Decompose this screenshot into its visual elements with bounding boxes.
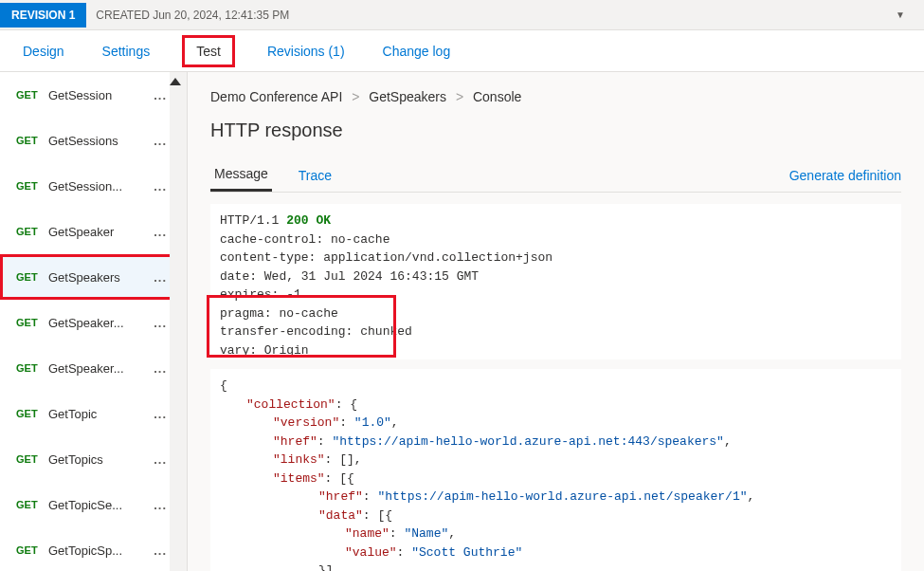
header-vary: vary: Origin — [220, 341, 892, 360]
operation-name: GetSpeakers — [48, 270, 150, 285]
http-method-badge: GET — [16, 89, 48, 101]
operation-name: GetSession... — [48, 179, 150, 193]
more-options-icon[interactable]: ... — [150, 225, 171, 239]
response-tab-message[interactable]: Message — [210, 158, 272, 192]
main-panel: Demo Conference API > GetSpeakers > Cons… — [188, 72, 924, 571]
http-method-badge: GET — [16, 499, 48, 510]
scroll-up-icon[interactable] — [170, 78, 181, 85]
more-options-icon[interactable]: ... — [150, 452, 171, 467]
operation-name: GetTopics — [48, 452, 150, 467]
operation-item[interactable]: GETGetSpeakers... — [0, 254, 187, 300]
content-area: GETGetSession...GETGetSessions...GETGetS… — [0, 72, 924, 571]
operation-item[interactable]: GETGetSession...... — [0, 163, 187, 209]
more-options-icon[interactable]: ... — [150, 543, 171, 558]
operations-sidebar: GETGetSession...GETGetSessions...GETGetS… — [0, 72, 188, 571]
top-bar: REVISION 1 CREATED Jun 20, 2024, 12:41:3… — [0, 0, 924, 30]
tab-design[interactable]: Design — [17, 40, 70, 63]
breadcrumb-page: Console — [473, 89, 521, 104]
more-options-icon[interactable]: ... — [150, 88, 171, 102]
http-method-badge: GET — [16, 271, 48, 283]
http-status-line-prefix: HTTP/1.1 — [220, 213, 286, 228]
operation-name: GetSessions — [48, 134, 150, 148]
operation-name: GetSpeaker... — [48, 361, 150, 376]
header-date: date: Wed, 31 Jul 2024 16:43:15 GMT — [220, 267, 892, 286]
http-method-badge: GET — [16, 180, 48, 192]
operation-item[interactable]: GETGetTopicSe...... — [0, 482, 187, 527]
breadcrumb: Demo Conference API > GetSpeakers > Cons… — [210, 89, 901, 104]
main-tabs: Design Settings Test Revisions (1) Chang… — [0, 30, 924, 72]
tab-changelog[interactable]: Change log — [377, 40, 457, 63]
operation-item[interactable]: GETGetSession... — [0, 72, 187, 118]
http-method-badge: GET — [16, 453, 48, 465]
more-options-icon[interactable]: ... — [150, 134, 171, 148]
operation-name: GetSpeaker... — [48, 316, 150, 330]
tab-revisions[interactable]: Revisions (1) — [262, 40, 351, 63]
operation-item[interactable]: GETGetSpeaker... — [0, 209, 187, 254]
more-options-icon[interactable]: ... — [150, 407, 171, 421]
header-expires: expires: -1 — [220, 286, 892, 304]
http-method-badge: GET — [16, 317, 48, 328]
operation-name: GetTopicSe... — [48, 498, 150, 512]
more-options-icon[interactable]: ... — [150, 270, 171, 285]
operation-item[interactable]: GETGetSessions... — [0, 118, 187, 163]
operation-item[interactable]: GETGetSpeaker...... — [0, 300, 187, 345]
http-method-badge: GET — [16, 135, 48, 146]
http-status-code: 200 OK — [286, 213, 331, 228]
tab-test[interactable]: Test — [182, 35, 235, 67]
tab-settings[interactable]: Settings — [97, 40, 156, 63]
breadcrumb-operation[interactable]: GetSpeakers — [369, 89, 446, 104]
generate-definition-link[interactable]: Generate definition — [789, 168, 901, 183]
header-transfer-encoding: transfer-encoding: chunked — [220, 322, 892, 341]
breadcrumb-separator: > — [352, 89, 359, 104]
more-options-icon[interactable]: ... — [150, 361, 171, 376]
chevron-down-icon[interactable]: ▼ — [896, 9, 905, 20]
response-tab-trace[interactable]: Trace — [295, 160, 335, 191]
http-method-badge: GET — [16, 362, 48, 374]
http-headers-block: HTTP/1.1 200 OK cache-control: no-cache … — [210, 204, 901, 359]
operation-item[interactable]: GETGetTopics... — [0, 436, 187, 482]
http-method-badge: GET — [16, 544, 48, 556]
more-options-icon[interactable]: ... — [150, 316, 171, 330]
more-options-icon[interactable]: ... — [150, 179, 171, 193]
operation-name: GetSpeaker — [48, 225, 150, 239]
operation-name: GetTopicSp... — [48, 543, 150, 558]
page-title: HTTP response — [210, 120, 901, 141]
operation-name: GetTopic — [48, 407, 150, 421]
breadcrumb-separator: > — [456, 89, 463, 104]
more-options-icon[interactable]: ... — [150, 498, 171, 512]
scrollbar-track[interactable] — [170, 72, 187, 571]
http-method-badge: GET — [16, 408, 48, 419]
operation-name: GetSession — [48, 88, 150, 102]
operations-list: GETGetSession...GETGetSessions...GETGetS… — [0, 72, 187, 571]
operation-item[interactable]: GETGetTopicSp...... — [0, 527, 187, 571]
response-tabs: Message Trace Generate definition — [210, 158, 901, 193]
operation-item[interactable]: GETGetTopic... — [0, 391, 187, 436]
http-method-badge: GET — [16, 226, 48, 237]
created-timestamp: CREATED Jun 20, 2024, 12:41:35 PM — [96, 9, 289, 22]
header-pragma: pragma: no-cache — [220, 304, 892, 323]
operation-item[interactable]: GETGetSpeaker...... — [0, 345, 187, 391]
revision-badge[interactable]: REVISION 1 — [0, 3, 86, 28]
http-body-json: { "collection": { "version": "1.0", "hre… — [210, 369, 901, 571]
header-content-type: content-type: application/vnd.collection… — [220, 249, 892, 267]
header-cache-control: cache-control: no-cache — [220, 230, 892, 249]
breadcrumb-api[interactable]: Demo Conference API — [210, 89, 342, 104]
